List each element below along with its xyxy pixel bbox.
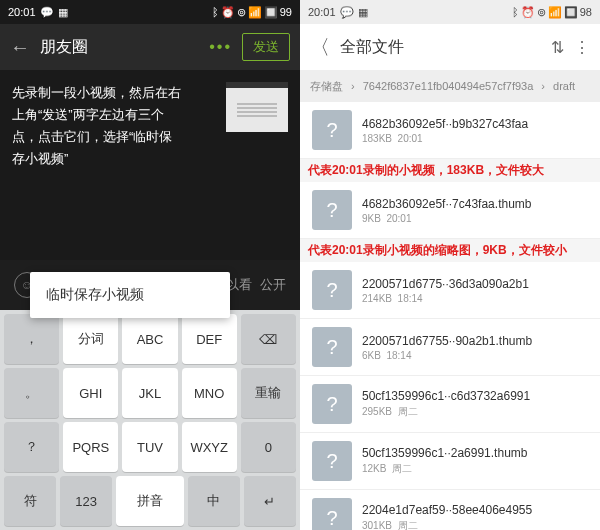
status-bar-left: 20:01 💬 ▦ ᛒ ⏰ ⊚ 📶 🔲 99 (0, 0, 300, 24)
signal-icon: 📶 (548, 6, 562, 19)
compose-area: 先录制一段小视频，然后在右上角“发送”两字左边有三个点，点击它们，选择“临时保存… (0, 70, 300, 240)
key-lang[interactable]: 中 (188, 476, 240, 526)
kb-row-1: ， 分词 ABC DEF ⌫ (4, 314, 296, 364)
key-zero[interactable]: 0 (241, 422, 296, 472)
back-icon[interactable]: ← (10, 36, 30, 59)
context-menu-item[interactable]: 临时保存小视频 (30, 272, 230, 318)
file-row[interactable]: ? 2200571d67755··90a2b1.thumb 6KB 18:14 (300, 319, 600, 376)
more-icon[interactable]: ⋮ (574, 38, 590, 57)
key-jkl[interactable]: JKL (122, 368, 177, 418)
key-enter[interactable]: ↵ (244, 476, 296, 526)
key-backspace[interactable]: ⌫ (241, 314, 296, 364)
note-icon: ▦ (58, 6, 68, 19)
file-icon: ? (312, 270, 352, 310)
battery-pct: 98 (580, 6, 592, 18)
battery-icon: 🔲 (564, 6, 578, 19)
key-wxyz[interactable]: WXYZ (182, 422, 237, 472)
key-clear[interactable]: 重输 (241, 368, 296, 418)
file-row[interactable]: ? 2204e1d7eaf59··58ee406e4955 301KB 周二 (300, 490, 600, 530)
note-icon: ▦ (358, 6, 368, 19)
file-name: 4682b36092e5f··b9b327c43faa (362, 117, 588, 131)
bluetooth-icon: ᛒ (212, 6, 219, 18)
sort-icon[interactable]: ⇅ (551, 38, 564, 57)
key-pqrs[interactable]: PQRS (63, 422, 118, 472)
wifi-icon: ⊚ (537, 6, 546, 19)
key-abc[interactable]: ABC (122, 314, 177, 364)
crumb-0[interactable]: 存储盘 (310, 79, 343, 94)
file-name: 50cf1359996c1··2a6991.thumb (362, 446, 588, 460)
status-time: 20:01 (8, 6, 36, 18)
key-period[interactable]: 。 (4, 368, 59, 418)
file-name: 2204e1d7eaf59··58ee406e4955 (362, 503, 588, 517)
alarm-icon: ⏰ (521, 6, 535, 19)
file-manager-screen: 20:01 💬 ▦ ᛒ ⏰ ⊚ 📶 🔲 98 〈 全部文件 ⇅ ⋮ 存储盘› 7… (300, 0, 600, 530)
key-space[interactable]: 拼音 (116, 476, 184, 526)
instruction-text: 先录制一段小视频，然后在右上角“发送”两字左边有三个点，点击它们，选择“临时保存… (12, 82, 182, 170)
nav-bar-left: ← 朋友圈 ••• 发送 (0, 24, 300, 70)
bluetooth-icon: ᛒ (512, 6, 519, 18)
battery-pct: 99 (280, 6, 292, 18)
annotation-1: 代表20:01录制的小视频，183KB，文件较大 (300, 159, 600, 182)
wifi-icon: ⊚ (237, 6, 246, 19)
file-row[interactable]: ? 4682b36092e5f··7c43faa.thumb 9KB 20:01 (300, 182, 600, 239)
file-row[interactable]: ? 4682b36092e5f··b9b327c43faa 183KB 20:0… (300, 102, 600, 159)
kb-row-2: 。 GHI JKL MNO 重输 (4, 368, 296, 418)
alarm-icon: ⏰ (221, 6, 235, 19)
file-row[interactable]: ? 50cf1359996c1··c6d3732a6991 295KB 周二 (300, 376, 600, 433)
key-123[interactable]: 123 (60, 476, 112, 526)
file-name: 2200571d6775··36d3a090a2b1 (362, 277, 588, 291)
key-ghi[interactable]: GHI (63, 368, 118, 418)
more-dots-button[interactable]: ••• (209, 38, 232, 56)
key-def[interactable]: DEF (182, 314, 237, 364)
file-icon: ? (312, 384, 352, 424)
kb-row-3: ？ PQRS TUV WXYZ 0 (4, 422, 296, 472)
battery-icon: 🔲 (264, 6, 278, 19)
key-tuv[interactable]: TUV (122, 422, 177, 472)
file-icon: ? (312, 110, 352, 150)
crumb-2[interactable]: draft (553, 80, 575, 92)
file-name: 50cf1359996c1··c6d3732a6991 (362, 389, 588, 403)
key-question[interactable]: ？ (4, 422, 59, 472)
file-list: ? 4682b36092e5f··b9b327c43faa 183KB 20:0… (300, 102, 600, 530)
send-button[interactable]: 发送 (242, 33, 290, 61)
file-row[interactable]: ? 50cf1359996c1··2a6991.thumb 12KB 周二 (300, 433, 600, 490)
key-comma[interactable]: ， (4, 314, 59, 364)
file-icon: ? (312, 441, 352, 481)
key-fenci[interactable]: 分词 (63, 314, 118, 364)
signal-icon: 📶 (248, 6, 262, 19)
file-name: 2200571d67755··90a2b1.thumb (362, 334, 588, 348)
crumb-1[interactable]: 7642f6837e11fb040494e57cf7f93a (363, 80, 534, 92)
nav-title: 朋友圈 (40, 37, 199, 58)
visibility-value: 公开 (260, 276, 286, 294)
status-time: 20:01 (308, 6, 336, 18)
back-icon[interactable]: 〈 (310, 34, 330, 61)
chat-icon: 💬 (340, 6, 354, 19)
keyboard: ， 分词 ABC DEF ⌫ 。 GHI JKL MNO 重输 ？ PQRS T… (0, 310, 300, 530)
kb-row-4: 符 123 拼音 中 ↵ (4, 476, 296, 526)
file-icon: ? (312, 327, 352, 367)
chat-icon: 💬 (40, 6, 54, 19)
file-icon: ? (312, 190, 352, 230)
file-name: 4682b36092e5f··7c43faa.thumb (362, 197, 588, 211)
key-symbol[interactable]: 符 (4, 476, 56, 526)
nav-bar-right: 〈 全部文件 ⇅ ⋮ (300, 24, 600, 70)
status-bar-right: 20:01 💬 ▦ ᛒ ⏰ ⊚ 📶 🔲 98 (300, 0, 600, 24)
key-mno[interactable]: MNO (182, 368, 237, 418)
chevron-right-icon: › (541, 80, 545, 92)
file-row[interactable]: ? 2200571d6775··36d3a090a2b1 214KB 18:14 (300, 262, 600, 319)
wechat-screen: 20:01 💬 ▦ ᛒ ⏰ ⊚ 📶 🔲 99 ← 朋友圈 ••• 发送 先录制一… (0, 0, 300, 530)
annotation-2: 代表20:01录制小视频的缩略图，9KB，文件较小 (300, 239, 600, 262)
nav-title: 全部文件 (340, 37, 541, 58)
file-icon: ? (312, 498, 352, 530)
breadcrumb[interactable]: 存储盘› 7642f6837e11fb040494e57cf7f93a› dra… (300, 70, 600, 102)
video-thumbnail[interactable] (226, 82, 288, 132)
chevron-right-icon: › (351, 80, 355, 92)
